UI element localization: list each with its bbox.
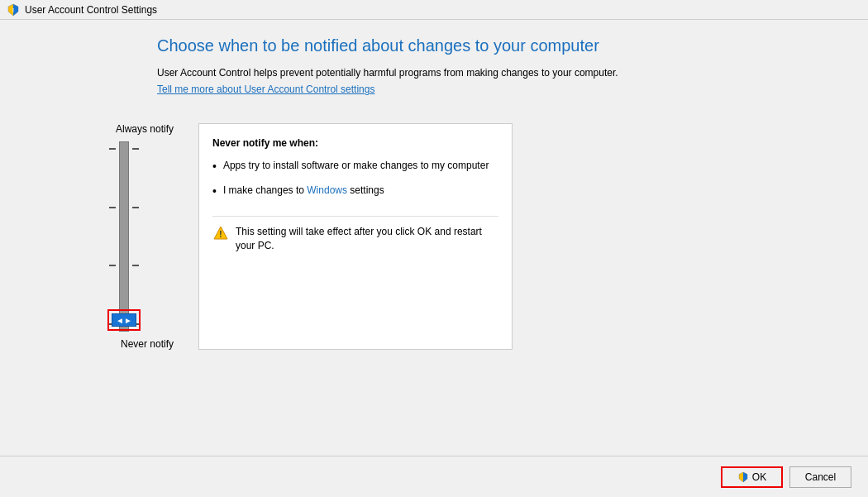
bullet-1: • (212, 159, 217, 175)
tick-marks-right (132, 141, 149, 332)
cancel-label: Cancel (805, 471, 836, 483)
description-line1: User Account Control helps prevent poten… (157, 65, 843, 80)
list-item-1: • Apps try to install software or make c… (212, 159, 498, 175)
uac-shield-icon: ! (7, 3, 20, 17)
tick-3 (109, 265, 116, 266)
always-notify-label: Always notify (116, 123, 174, 135)
tick-r3 (132, 265, 139, 266)
slider-thumb-inner[interactable]: ◄► (112, 313, 136, 327)
slider-thumb[interactable]: ◄► (107, 309, 141, 331)
info-box-title: Never notify me when: (212, 137, 498, 149)
list-item-2: • I make changes to Windows settings (212, 184, 498, 200)
page-heading: Choose when to be notified about changes… (157, 36, 843, 55)
svg-text:!: ! (219, 230, 222, 239)
tick-1 (109, 148, 116, 150)
tick-2 (109, 207, 116, 208)
list-item-2-text: I make changes to Windows settings (223, 184, 384, 198)
slider-track[interactable]: ◄► (119, 141, 129, 332)
tick-r2 (132, 207, 139, 208)
main-content: Choose when to be notified about changes… (0, 20, 868, 456)
ok-label: OK (752, 471, 766, 483)
ok-button[interactable]: OK (721, 466, 783, 488)
slider-thumb-box[interactable]: ◄► (107, 309, 141, 331)
description-text: User Account Control helps prevent poten… (157, 67, 618, 79)
cancel-button[interactable]: Cancel (789, 466, 851, 488)
windows-link[interactable]: Windows (307, 184, 347, 196)
info-box-list: • Apps try to install software or make c… (212, 159, 498, 199)
warning-text: This setting will take effect after you … (236, 225, 498, 253)
tick-r1 (132, 148, 139, 150)
tick-marks-left (99, 141, 116, 332)
svg-text:!: ! (12, 7, 14, 13)
slider-track-container[interactable]: ◄► (99, 141, 149, 332)
list-item-1-text: Apps try to install software or make cha… (223, 159, 489, 173)
info-box: Never notify me when: • Apps try to inst… (198, 123, 513, 350)
bottom-bar: OK Cancel (0, 456, 868, 497)
ok-shield-icon (737, 471, 749, 483)
always-notify-row: Always notify (74, 123, 174, 141)
never-notify-label: Never notify (121, 338, 174, 350)
slider-column: Always notify (74, 123, 174, 350)
description-block: User Account Control helps prevent poten… (157, 65, 843, 110)
warning-icon: ! (212, 225, 229, 241)
never-notify-row: Never notify (74, 338, 174, 350)
title-bar: ! User Account Control Settings (0, 0, 868, 20)
slider-section: Always notify (74, 123, 843, 350)
uac-learn-more-link[interactable]: Tell me more about User Account Control … (157, 82, 843, 97)
warning-row: ! This setting will take effect after yo… (212, 216, 498, 253)
title-bar-text: User Account Control Settings (25, 4, 157, 16)
bullet-2: • (212, 184, 217, 200)
